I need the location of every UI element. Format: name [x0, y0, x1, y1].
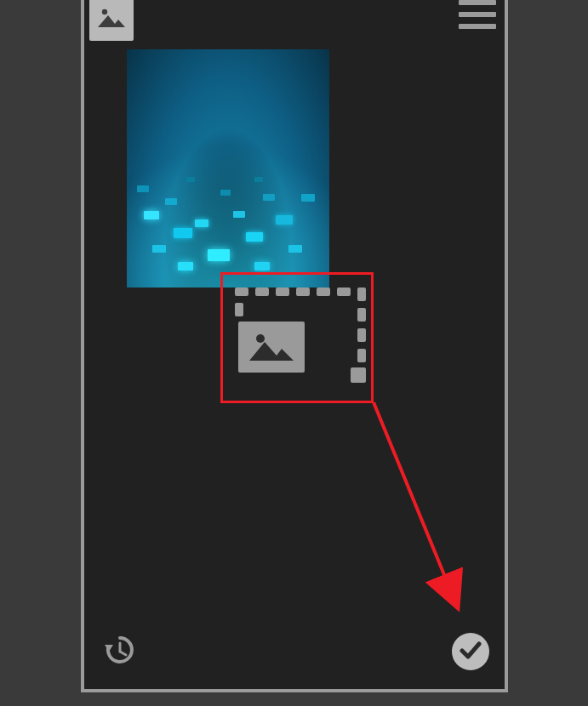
image-icon [96, 5, 127, 32]
particle [254, 262, 270, 270]
menu-button[interactable] [459, 0, 496, 29]
particle [195, 219, 208, 227]
svg-line-7 [374, 402, 454, 600]
particle [246, 232, 263, 242]
particle [165, 198, 177, 205]
particle [220, 190, 231, 196]
particle [254, 177, 263, 182]
svg-line-10 [120, 652, 126, 655]
particle [276, 215, 293, 225]
add-image-layer-button[interactable] [235, 288, 366, 383]
footer-bar [84, 629, 505, 689]
particle [174, 228, 192, 238]
svg-point-4 [256, 334, 265, 343]
resize-handle[interactable] [351, 367, 366, 383]
image-icon [248, 328, 295, 366]
particle [263, 194, 275, 201]
svg-marker-8 [105, 645, 113, 652]
history-icon [101, 633, 135, 670]
svg-point-1 [102, 9, 107, 14]
image-layer-thumbnail [238, 322, 305, 373]
top-bar [84, 0, 505, 46]
image-library-button[interactable] [89, 0, 134, 41]
editor-panel [81, 0, 508, 692]
particle [186, 177, 195, 182]
particle [137, 185, 149, 192]
particle [178, 262, 193, 270]
annotation-arrow [369, 396, 548, 625]
particle [152, 245, 166, 253]
canvas-preview[interactable] [127, 49, 329, 288]
particle [301, 194, 315, 202]
particle [233, 211, 245, 218]
particle [208, 249, 230, 261]
particle [288, 245, 302, 253]
particle [144, 211, 159, 219]
checkmark-icon [459, 638, 482, 665]
confirm-button[interactable] [452, 633, 489, 670]
history-button[interactable] [100, 633, 137, 670]
